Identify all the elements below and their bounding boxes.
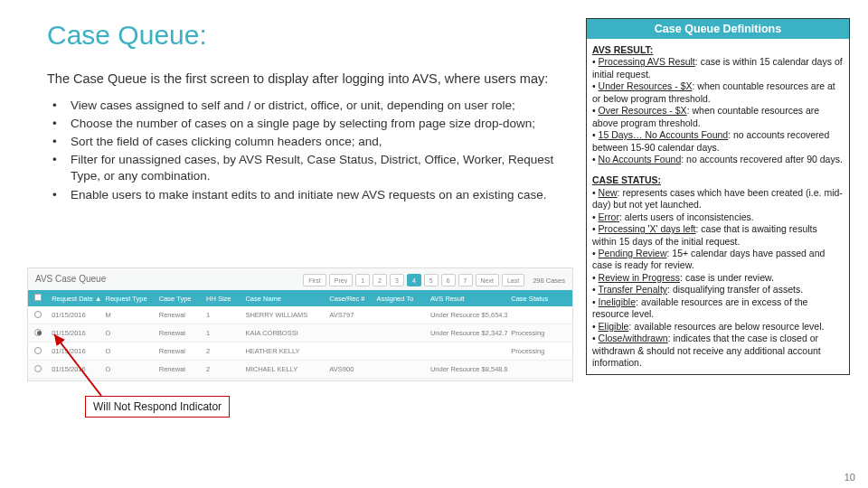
definition-item: • Eligible: available resources are belo…: [592, 321, 844, 333]
page-last-button[interactable]: Last: [502, 274, 524, 286]
cell-request-date: 01/15/2016: [48, 365, 101, 373]
page-number: 10: [844, 472, 855, 483]
row-radio[interactable]: [34, 347, 42, 354]
bullet-item: Enable users to make instant edits to an…: [51, 187, 562, 203]
header-case-rec[interactable]: Case/Rec #: [326, 295, 373, 303]
cell-case-type: Renewal: [156, 311, 203, 319]
header-avs-result[interactable]: AVS Result: [427, 295, 507, 303]
row-radio[interactable]: [34, 329, 42, 336]
callout-box: Will Not Respond Indicator: [85, 396, 230, 418]
definition-item: • New: represents cases which have been …: [592, 187, 844, 211]
cell-request-date: 01/15/2016: [48, 329, 101, 337]
page-number-button[interactable]: 5: [424, 274, 439, 286]
definition-item: • Ineligible: available resources are in…: [592, 296, 844, 321]
definition-item: • No Accounts Found: no accounts recover…: [592, 154, 844, 165]
intro-text: The Case Queue is the first screen to di…: [47, 70, 562, 89]
cell-avs-result: Under Resource $5,654.34: [427, 311, 507, 319]
cell-request-type: O: [101, 347, 155, 355]
header-request-date[interactable]: Request Date ▲: [48, 295, 101, 303]
table-row[interactable]: 01/15/2016 O Renewal 2 MICHAEL KELLY AVS…: [28, 361, 572, 379]
cell-hh-size: 1: [203, 329, 241, 337]
header-case-type[interactable]: Case Type: [156, 295, 203, 303]
table-row[interactable]: 01/15/2016 O Renewal 2 HEATHER KELLY Pro…: [28, 343, 572, 361]
cell-case-name: SHERRY WILLIAMS: [241, 311, 326, 319]
cell-case-type: Renewal: [156, 329, 203, 337]
cell-avs-result: Under Resource $8,548.88: [427, 365, 507, 373]
header-case-status[interactable]: Case Status: [507, 295, 572, 303]
cell-case-name: MICHAEL KELLY: [241, 365, 326, 373]
cell-case-status: Processing: [507, 329, 572, 337]
header-assigned-to[interactable]: Assigned To: [373, 295, 427, 303]
cell-request-type: O: [101, 329, 155, 337]
cell-case-status: Processing: [507, 347, 572, 355]
definition-item: • Processing AVS Result: case is within …: [592, 56, 844, 80]
avs-result-title: AVS RESULT:: [592, 44, 844, 56]
bullet-item: Choose the number of cases on a single p…: [51, 116, 562, 132]
embedded-screenshot: AVS Case Queue First Prev 1 2 3 4 5 6 7 …: [27, 267, 573, 381]
header-request-type[interactable]: Request Type: [101, 295, 155, 303]
row-radio[interactable]: [34, 311, 42, 318]
definition-item: • Review in Progress: case is under revi…: [592, 272, 844, 284]
slide: Case Queue: The Case Queue is the first …: [0, 0, 868, 488]
cell-avs-result: Under Resource $2,342.78: [427, 329, 507, 337]
definition-item: • Under Resources - $X: when countable r…: [592, 80, 844, 105]
bullet-item: Sort the field of cases clicking column …: [51, 134, 562, 150]
screenshot-title: AVS Case Queue: [35, 274, 106, 284]
definitions-body: AVS RESULT: • Processing AVS Result: cas…: [587, 39, 849, 374]
cell-case-name: HEATHER KELLY: [241, 347, 326, 355]
definition-item: • Pending Review: 15+ calendar days have…: [592, 248, 844, 272]
definition-item: • Error: alerts users of inconsistencies…: [592, 211, 844, 223]
page-number-button[interactable]: 7: [458, 274, 473, 286]
definition-item: • Processing 'X' days left: case that is…: [592, 223, 844, 248]
left-column: Case Queue: The Case Queue is the first …: [47, 20, 562, 205]
cell-case-rec: AVS900: [326, 365, 373, 373]
page-number-button[interactable]: 2: [373, 274, 387, 286]
definition-item: • Close/withdrawn: indicates that the ca…: [592, 333, 844, 369]
definition-item: • 15 Days… No Accounts Found: no account…: [592, 129, 844, 154]
case-status-title: CASE STATUS:: [592, 174, 844, 186]
bullet-item: View cases assigned to self and / or dis…: [51, 98, 562, 114]
header-case-name[interactable]: Case Name: [241, 295, 326, 303]
cell-hh-size: 1: [203, 311, 241, 319]
page-next-button[interactable]: Next: [476, 274, 499, 286]
page-number-button[interactable]: 3: [390, 274, 404, 286]
cell-request-type: O: [101, 365, 155, 373]
cell-request-type: M: [101, 311, 155, 319]
cell-hh-size: 2: [203, 347, 241, 355]
table-body: 01/15/2016 M Renewal 1 SHERRY WILLIAMS A…: [28, 306, 572, 379]
row-radio[interactable]: [34, 365, 42, 372]
definition-item: • Over Resources - $X: when countable re…: [592, 105, 844, 129]
bullet-list: View cases assigned to self and / or dis…: [47, 98, 562, 203]
pagination: First Prev 1 2 3 4 5 6 7 Next Last 298 C…: [303, 274, 565, 286]
select-all-checkbox[interactable]: [34, 294, 42, 301]
bullet-item: Filter for unassigned cases, by AVS Resu…: [51, 152, 562, 184]
definitions-heading: Case Queue Definitions: [587, 19, 849, 39]
page-title: Case Queue:: [47, 20, 562, 51]
page-first-button[interactable]: First: [303, 274, 326, 286]
result-count: 298 Cases: [533, 277, 565, 285]
page-number-button[interactable]: 6: [441, 274, 456, 286]
page-number-button[interactable]: 1: [355, 274, 370, 286]
cell-hh-size: 2: [203, 365, 241, 373]
header-checkbox-col: [28, 294, 48, 303]
page-prev-button[interactable]: Prev: [329, 274, 353, 286]
cell-case-type: Renewal: [156, 347, 203, 355]
header-hh-size[interactable]: HH Size: [203, 295, 241, 303]
definition-item: • Transfer Penalty: disqualifying transf…: [592, 284, 844, 296]
cell-case-rec: AVS797: [326, 311, 373, 319]
table-row[interactable]: 01/15/2016 O Renewal 1 KAIA CORBOSSI Und…: [28, 324, 572, 343]
table-row[interactable]: 01/15/2016 M Renewal 1 SHERRY WILLIAMS A…: [28, 306, 572, 324]
cell-request-date: 01/15/2016: [48, 311, 101, 319]
page-number-button[interactable]: 4: [407, 274, 421, 286]
cell-request-date: 01/15/2016: [48, 347, 101, 355]
table-header-row: Request Date ▲ Request Type Case Type HH…: [28, 290, 572, 306]
cell-case-name: KAIA CORBOSSI: [241, 329, 326, 337]
cell-case-type: Renewal: [156, 365, 203, 373]
definitions-panel: Case Queue Definitions AVS RESULT: • Pro…: [586, 18, 850, 375]
